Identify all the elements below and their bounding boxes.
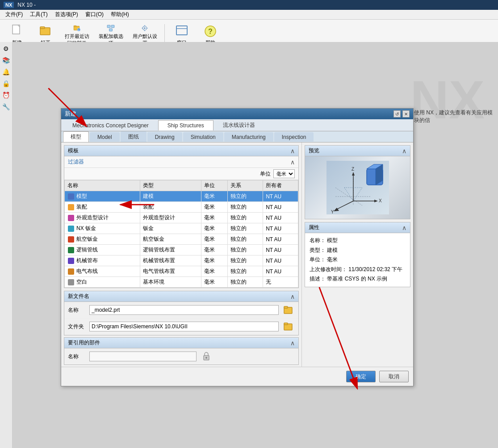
menu-file[interactable]: 文件(F) (2, 10, 26, 19)
dialog-close-btn[interactable]: ✕ (402, 110, 410, 117)
filename-name-input[interactable] (89, 305, 279, 315)
preview-area: Z X Y (305, 156, 410, 219)
preview-section-title: 预览 (309, 147, 319, 155)
props-collapse-btn[interactable]: ∧ (402, 224, 406, 231)
folder-browse-btn[interactable] (282, 320, 295, 333)
lock-icon (201, 351, 212, 362)
svg-rect-32 (284, 306, 288, 308)
row-unit-cell: 毫米 (201, 213, 228, 223)
cancel-button[interactable]: 取消 (379, 371, 409, 382)
preview-section-header: 预览 ∧ (305, 146, 410, 156)
svg-rect-30 (68, 279, 74, 285)
prop-unit-value: 毫米 (327, 256, 338, 263)
prop-name-label: 名称： (310, 237, 326, 243)
tab-manufacturing[interactable]: Manufacturing (224, 132, 273, 142)
tab-pipeline[interactable]: 流水线设计器 (213, 119, 264, 131)
svg-rect-4 (40, 27, 45, 29)
menu-preferences[interactable]: 首选项(P) (51, 10, 82, 19)
row-icon (67, 268, 75, 275)
sidebar-settings-icon[interactable]: ⚙ (1, 44, 11, 54)
filename-folder-input[interactable] (89, 322, 279, 331)
template-section: 模板 ∧ 过滤器 ∧ 单位 毫米 英寸 (64, 145, 299, 288)
row-owner-cell: NT AU (263, 255, 298, 266)
tab-inspection[interactable]: Inspection (274, 132, 314, 142)
ref-name-input[interactable] (89, 352, 197, 361)
row-unit-cell: 毫米 (201, 266, 228, 277)
svg-text:Z: Z (352, 167, 354, 172)
prop-name-value: 模型 (327, 237, 338, 243)
svg-text:?: ? (208, 28, 213, 35)
sidebar-lock-icon[interactable]: 🔒 (1, 79, 11, 88)
template-collapse-btn[interactable]: ∧ (290, 147, 295, 155)
title-bar: NX NX 10 - (0, 0, 498, 10)
svg-rect-6 (74, 25, 76, 26)
prop-type-value: 建模 (327, 247, 338, 253)
tab-simulation[interactable]: Simulation (183, 132, 223, 142)
table-row[interactable]: 电气布线电气管线布置毫米独立的NT AU (65, 266, 298, 277)
filter-collapse-btn[interactable]: ∧ (290, 159, 295, 166)
filename-section-header: 新文件名 ∧ (64, 291, 298, 302)
table-row[interactable]: 航空钣金航空钣金毫米独立的NT AU (65, 234, 298, 245)
svg-rect-18 (176, 26, 187, 35)
tab-ship[interactable]: Ship Structures (158, 120, 213, 130)
table-row[interactable]: NX 钣金钣金毫米独立的NT AU (65, 223, 298, 234)
sidebar-notifications-icon[interactable]: 🔔 (1, 67, 11, 77)
table-row[interactable]: 机械管布机械管线布置毫米独立的NT AU (65, 255, 298, 266)
table-row[interactable]: 空白基本环境毫米独立的无 (65, 277, 298, 288)
tab-drawing-cn[interactable]: 图纸 (121, 131, 146, 142)
filename-browse-btn[interactable] (282, 304, 295, 316)
second-tab-strip: 模型 Model 图纸 Drawing Simulation Manufactu… (61, 131, 413, 142)
ref-collapse-btn[interactable]: ∧ (290, 339, 295, 347)
preview-section: 预览 ∧ (305, 145, 410, 219)
app-title: NX 10 - (17, 2, 36, 8)
filename-collapse-btn[interactable]: ∧ (290, 293, 295, 300)
dialog-footer: 确定 取消 (61, 367, 413, 386)
menu-help[interactable]: 帮助(H) (107, 10, 133, 19)
row-type-cell: 建模 (140, 191, 201, 202)
tab-model-en[interactable]: Model (90, 132, 120, 142)
recent-icon: ▼ (70, 24, 84, 32)
prop-unit-row: 单位： 毫米 (310, 255, 406, 265)
row-icon (67, 225, 75, 232)
svg-rect-27 (68, 247, 74, 253)
row-type-cell: 外观造型设计 (140, 213, 201, 223)
filter-label[interactable]: 过滤器 (68, 158, 84, 166)
tab-model-cn[interactable]: 模型 (63, 131, 89, 142)
menu-tools[interactable]: 工具(T) (26, 10, 51, 19)
row-relation-cell: 独立的 (228, 266, 263, 277)
svg-text:▼: ▼ (78, 29, 80, 31)
dialog-refresh-btn[interactable]: ↺ (393, 110, 401, 117)
prop-modified-label: 上次修改时间： (310, 266, 347, 272)
row-icon (67, 279, 75, 286)
table-row[interactable]: 模型建模毫米独立的NT AU (65, 191, 298, 202)
ok-button[interactable]: 确定 (346, 371, 376, 382)
row-unit-cell: 毫米 (201, 223, 228, 234)
ref-input-row: 名称 (64, 348, 298, 364)
dialog-left: 模板 ∧ 过滤器 ∧ 单位 毫米 英寸 (61, 142, 301, 367)
svg-rect-24 (68, 215, 74, 221)
row-type-cell: 基本环境 (140, 277, 201, 288)
table-row[interactable]: 装配装配毫米独立的NT AU (65, 202, 298, 213)
tab-mechatronics[interactable]: Mechatronics Concept Designer (63, 120, 158, 130)
table-row[interactable]: 外观造型设计外观造型设计毫米独立的NT AU (65, 213, 298, 223)
unit-select[interactable]: 毫米 英寸 (273, 169, 295, 178)
prop-desc-value: 带基准 CSYS 的 NX 示例 (327, 276, 387, 282)
sidebar-history-icon[interactable]: ⏰ (1, 90, 11, 100)
ref-lock-btn[interactable] (200, 350, 213, 363)
menu-bar: 文件(F) 工具(T) 首选项(P) 窗口(O) 帮助(H) (0, 10, 498, 20)
table-row[interactable]: 逻辑管线逻辑管线布置毫米独立的NT AU (65, 245, 298, 255)
row-icon (67, 193, 75, 200)
svg-point-13 (144, 27, 145, 29)
sidebar-resources-icon[interactable]: 📚 (1, 55, 11, 65)
unit-row: 单位 毫米 英寸 (64, 168, 298, 180)
col-relation: 关系 (228, 180, 263, 191)
tab-drawing-en[interactable]: Drawing (147, 132, 182, 142)
sidebar-tools-icon[interactable]: 🔧 (1, 102, 11, 112)
preview-collapse-btn[interactable]: ∧ (402, 147, 406, 155)
menu-window[interactable]: 窗口(O) (82, 10, 107, 19)
dialog-body: 模板 ∧ 过滤器 ∧ 单位 毫米 英寸 (61, 142, 413, 367)
prop-name-row: 名称： 模型 (310, 236, 406, 246)
filename-section-title: 新文件名 (68, 293, 89, 300)
col-unit: 单位 (201, 180, 228, 191)
row-icon (67, 236, 75, 243)
